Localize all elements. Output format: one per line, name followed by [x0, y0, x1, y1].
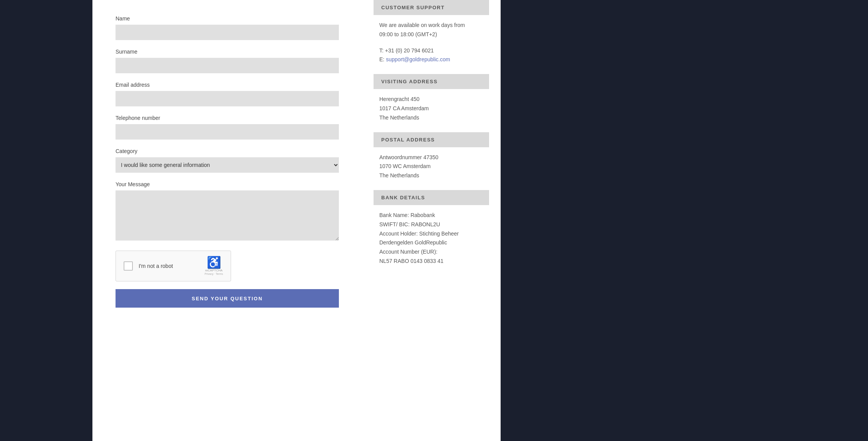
- bank-details-body: Bank Name: Rabobank SWIFT/ BIC: RABONL2U…: [374, 211, 489, 266]
- account-holder: Account Holder: Stichting Beheer: [379, 229, 483, 239]
- telephone-input[interactable]: [116, 124, 339, 140]
- message-label: Your Message: [116, 181, 339, 187]
- left-background: [0, 0, 92, 441]
- email-field-group: Email address: [116, 82, 339, 106]
- customer-support-body: We are available on work days from 09:00…: [374, 21, 489, 64]
- postal-line3: The Netherlands: [379, 171, 483, 180]
- surname-field-group: Surname: [116, 49, 339, 73]
- email-link[interactable]: support@goldrepublic.com: [386, 56, 450, 62]
- recaptcha-widget[interactable]: I'm not a robot ♿ reCAPTCHA Privacy · Te…: [116, 251, 231, 281]
- recaptcha-links: Privacy · Terms: [204, 273, 223, 275]
- recaptcha-icon: ♿: [207, 257, 221, 268]
- postal-address-header: POSTAL ADDRESS: [374, 132, 489, 147]
- recaptcha-checkbox[interactable]: [124, 261, 133, 271]
- email-input[interactable]: [116, 91, 339, 106]
- submit-button[interactable]: SEND YOUR QUESTION: [116, 289, 339, 308]
- phone-text: T: +31 (0) 20 794 6021: [379, 46, 483, 56]
- contact-form-area: Name Surname Email address Telephone num…: [92, 0, 362, 441]
- bank-name: Bank Name: Rabobank: [379, 211, 483, 220]
- email-label: Email address: [116, 82, 339, 88]
- telephone-label: Telephone number: [116, 115, 339, 121]
- postal-address-body: Antwoordnummer 47350 1070 WC Amsterdam T…: [374, 153, 489, 180]
- email-text: E: support@goldrepublic.com: [379, 55, 483, 64]
- postal-address-section: POSTAL ADDRESS Antwoordnummer 47350 1070…: [374, 132, 489, 180]
- visiting-address-section: VISITING ADDRESS Herengracht 450 1017 CA…: [374, 74, 489, 122]
- surname-input[interactable]: [116, 58, 339, 73]
- account-holder2: Derdengelden GoldRepublic: [379, 238, 483, 247]
- visiting-line2: 1017 CA Amsterdam: [379, 104, 483, 113]
- right-background: [501, 0, 868, 441]
- account-number: NL57 RABO 0143 0833 41: [379, 257, 483, 266]
- recaptcha-label: I'm not a robot: [139, 263, 201, 269]
- account-number-label: Account Number (EUR):: [379, 247, 483, 257]
- recaptcha-brand: reCAPTCHA: [205, 268, 222, 273]
- name-label: Name: [116, 15, 339, 22]
- postal-line2: 1070 WC Amsterdam: [379, 162, 483, 171]
- surname-label: Surname: [116, 49, 339, 55]
- telephone-field-group: Telephone number: [116, 115, 339, 140]
- name-field-group: Name: [116, 15, 339, 40]
- customer-support-header: CUSTOMER SUPPORT: [374, 0, 489, 15]
- right-info-panel: CUSTOMER SUPPORT We are available on wor…: [362, 0, 501, 441]
- bank-details-header: BANK DETAILS: [374, 190, 489, 205]
- availability-text: We are available on work days from 09:00…: [379, 21, 483, 39]
- message-field-group: Your Message: [116, 181, 339, 242]
- postal-line1: Antwoordnummer 47350: [379, 153, 483, 162]
- name-input[interactable]: [116, 25, 339, 40]
- category-label: Category: [116, 148, 339, 154]
- customer-support-section: CUSTOMER SUPPORT We are available on wor…: [374, 0, 489, 64]
- recaptcha-logo: ♿ reCAPTCHA Privacy · Terms: [204, 257, 223, 275]
- message-textarea[interactable]: [116, 190, 339, 241]
- swift: SWIFT/ BIC: RABONL2U: [379, 220, 483, 229]
- bank-details-section: BANK DETAILS Bank Name: Rabobank SWIFT/ …: [374, 190, 489, 266]
- visiting-line3: The Netherlands: [379, 113, 483, 123]
- visiting-address-body: Herengracht 450 1017 CA Amsterdam The Ne…: [374, 95, 489, 122]
- category-select[interactable]: I would like some general information I …: [116, 157, 339, 173]
- category-field-group: Category I would like some general infor…: [116, 148, 339, 173]
- visiting-address-header: VISITING ADDRESS: [374, 74, 489, 89]
- visiting-line1: Herengracht 450: [379, 95, 483, 104]
